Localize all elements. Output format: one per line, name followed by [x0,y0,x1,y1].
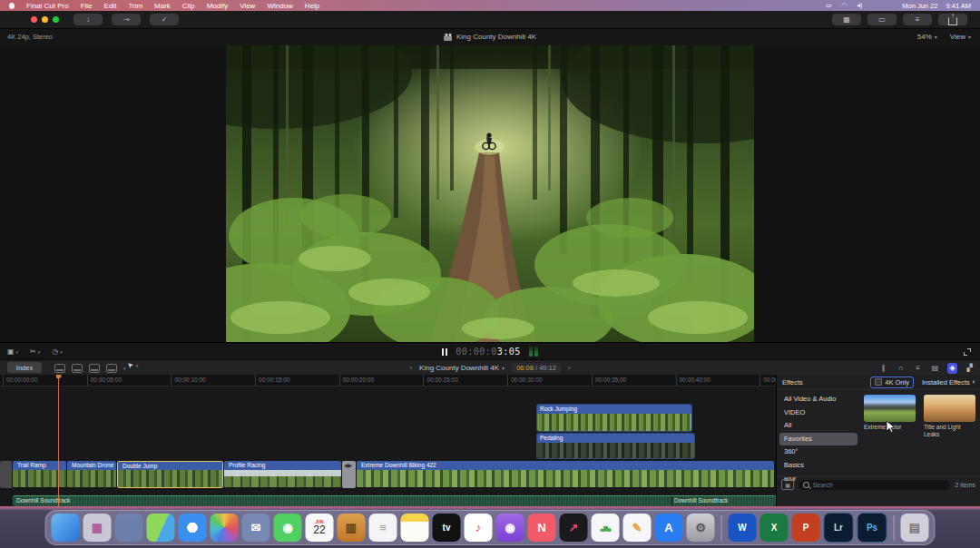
4k-only-checkbox-group[interactable]: 4K Only [870,377,914,388]
prev-project-chevron[interactable]: ‹ [409,364,412,372]
apple-logo-icon[interactable] [9,3,15,9]
menu-item[interactable]: Final Cut Pro [26,2,69,10]
fx-cat-video[interactable]: VIDEO [777,406,860,420]
trim-icon[interactable]: ∥ [878,363,888,374]
podcasts[interactable]: ◉ [496,514,524,542]
menu-item[interactable]: Clip [182,2,195,10]
clip-mountain-drone[interactable]: Mountain Drone [67,461,116,488]
app-store[interactable]: A [655,514,683,542]
menu-item[interactable]: Mark [154,2,171,10]
clip-profile-racing[interactable]: Profile Racing [224,461,341,488]
stocks[interactable]: ↗ [560,514,588,542]
messages[interactable] [115,514,143,542]
menu-item[interactable]: Help [305,2,319,10]
finder[interactable] [52,514,80,542]
playhead[interactable] [58,375,59,506]
zoom-window-button[interactable] [53,16,59,23]
dock-app[interactable] [894,515,895,541]
fx-cat-all[interactable]: All [777,419,860,433]
calendar[interactable]: JUN 22 [306,514,334,542]
lightroom[interactable]: Lr [824,513,854,543]
search-input[interactable] [813,482,946,488]
photos[interactable] [211,514,239,542]
fx-cat-basics[interactable]: Basics [777,459,860,473]
fx-title-light-leaks[interactable]: Title and Light Leaks [924,395,975,438]
display-icon[interactable]: ▭ [825,2,832,10]
powerpoint[interactable]: P [792,514,820,542]
dock-app[interactable] [721,515,722,541]
clip-pedaling[interactable]: Pedaling [537,434,694,458]
filmstrip-button[interactable]: ▭ [867,14,897,25]
menu-item[interactable]: Edit [104,2,117,10]
facetime[interactable]: ◉ [274,514,302,542]
next-project-chevron[interactable]: › [568,364,571,372]
menu-item[interactable]: View [240,2,255,10]
trash[interactable]: ▤ [901,514,929,542]
close-window-button[interactable] [31,16,37,23]
contacts[interactable]: ▥ [338,514,366,542]
menu-date[interactable]: Mon Jun 22 [902,2,937,10]
menu-item[interactable]: Modify [207,2,229,10]
effect-thumbnail[interactable] [864,395,916,422]
fx-cat-all-video-audio[interactable]: All Video & Audio [777,393,860,406]
timeline-toolbar: Index ▾ ➤▾ ‹ King County Downhill 4K 06:… [0,359,980,375]
photoshop[interactable]: Ps [858,513,887,543]
effect-thumbnail[interactable] [924,395,975,422]
headphones-icon[interactable]: ∩ [896,363,906,374]
menu-item[interactable]: File [81,2,93,10]
menu-item[interactable]: Window [267,2,292,10]
menu-item[interactable]: Trim [128,2,142,10]
effects-browser-icon[interactable]: ◈ [947,363,957,374]
excel[interactable]: X [760,514,789,542]
effects-footer: ▦ 2 items [777,476,980,492]
clip-rock-jumping[interactable]: Rock Jumping [537,405,691,431]
timeline-ruler[interactable]: 00:00:00:0000:00:05:0000:00:10:0000:00:1… [0,375,776,387]
notes[interactable] [401,514,429,542]
browser-grid-button[interactable]: ▦ [832,14,861,25]
import-button[interactable]: ↓ [74,14,103,25]
fx-cat-favorites[interactable]: Favorites [779,433,858,446]
clip-double-jump[interactable]: Double Jump [117,461,223,488]
audio-track[interactable]: Downhill Soundtrack Downhill Soundtrack [13,495,776,506]
launchpad[interactable]: ▦ [83,514,112,542]
checkbox-icon[interactable] [875,378,882,386]
settings[interactable]: ⚙ [687,514,715,542]
numbers[interactable]: ▃▆▄ [592,514,620,542]
media-browser-icon[interactable]: ▤ [930,363,940,374]
audio-meters-icon[interactable] [529,347,538,357]
timeline-right-tools: ∥∩≡▤◈▞ [878,360,975,376]
timeline[interactable]: 00:00:00:0000:00:05:0000:00:10:0000:00:1… [0,375,776,506]
reminders[interactable]: ≡ [369,514,397,542]
tv[interactable]: tv [433,514,461,542]
pages[interactable]: ✎ [623,514,652,542]
meters-icon[interactable]: ≡ [913,363,923,374]
safari[interactable] [179,514,207,542]
control-center-icon[interactable] [887,2,894,10]
music[interactable]: ♪ [465,514,493,542]
mail[interactable]: ✉ [242,514,270,542]
thumbnail-view-toggle[interactable]: ▦ [781,479,794,490]
news[interactable]: N [528,514,556,542]
minimize-window-button[interactable] [42,16,48,23]
check-button[interactable]: ✓ [150,14,179,25]
clip-extreme-downhill[interactable]: Extreme Downhill Biking 422 [357,461,774,488]
view-dropdown[interactable]: View [950,33,971,41]
pause-icon[interactable] [442,348,447,356]
effects-search[interactable] [799,480,950,490]
volume-icon[interactable]: ◂) [856,2,863,10]
menu-time[interactable]: 9:41 AM [946,2,971,10]
share-button[interactable] [938,14,967,25]
word[interactable]: W [729,514,757,542]
transitions-browser-icon[interactable]: ▞ [965,363,975,374]
maps[interactable] [147,514,175,542]
fx-cat-360[interactable]: 360° [777,445,860,459]
clip-transition[interactable]: ◀▶ [342,461,356,488]
zoom-level-dropdown[interactable]: 54% [917,33,937,41]
project-title-dropdown[interactable]: King County Downhill 4K [419,364,505,372]
keyword-button[interactable]: ⊸ [112,14,141,25]
appearance-sliders-button[interactable]: ≡ [903,14,932,25]
wifi-icon[interactable]: ◠ [840,2,848,10]
spotlight-icon[interactable] [871,2,878,10]
installed-effects-dropdown[interactable]: Installed Effects ▴▾ [922,378,975,387]
fullscreen-icon[interactable] [964,348,971,356]
